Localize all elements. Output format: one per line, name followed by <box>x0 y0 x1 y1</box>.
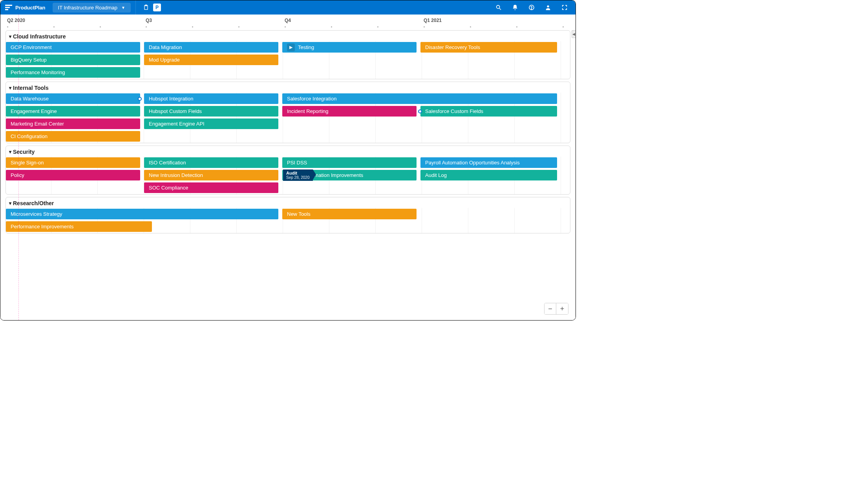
roadmap-bar[interactable]: Data Migration <box>144 42 278 53</box>
lane-header[interactable]: ▾Research/Other <box>6 197 570 208</box>
bar-label: Single Sign-on <box>11 160 44 166</box>
side-panel-toggle[interactable]: ◀ <box>572 30 576 38</box>
lane-row: Data WarehouseHubspot IntegrationSalesfo… <box>6 93 570 105</box>
bar-label: Hubspot Custom Fields <box>149 108 202 114</box>
svg-point-5 <box>497 5 500 9</box>
bar-label: Engagement Engine API <box>149 121 205 127</box>
roadmap-bar[interactable]: Salesforce Custom Fields <box>420 106 557 117</box>
milestone-name: Audit <box>286 171 310 175</box>
lane-header[interactable]: ▾Cloud Infrastructure <box>6 31 570 41</box>
lanes-container: ▾Cloud InfrastructureGCP EnvironmentData… <box>0 30 576 233</box>
expand-icon[interactable]: ▶ <box>287 44 295 51</box>
chevron-down-icon: ▾ <box>9 85 11 91</box>
roadmap-canvas[interactable]: ◀ Q2 2020Q3Q4Q1 2021 ▾Cloud Infrastructu… <box>0 15 576 320</box>
bar-label: ISO Certification <box>149 160 186 166</box>
fullscreen-icon[interactable] <box>559 2 570 13</box>
roadmap-bar[interactable]: Marketing Email Center <box>6 118 140 129</box>
roadmap-bar[interactable]: New Intrusion Detection <box>144 170 278 180</box>
roadmap-bar[interactable]: CI Configuration <box>6 131 140 142</box>
roadmap-bar[interactable]: Performance Monitoring <box>6 67 140 78</box>
roadmap-bar[interactable]: Mod Upgrade <box>144 55 278 65</box>
zoom-in-button[interactable]: + <box>556 303 568 314</box>
bar-label: GCP Environment <box>11 44 52 50</box>
roadmap-bar[interactable]: Microservices Strategy <box>6 209 278 219</box>
bar-label: Performance Improvements <box>11 224 73 230</box>
caret-down-icon: ▼ <box>121 5 125 10</box>
zoom-out-button[interactable]: − <box>545 303 556 314</box>
roadmap-bar[interactable]: Data Warehouse <box>6 93 140 104</box>
lane-row: GCP EnvironmentData Migration▶TestingDis… <box>6 41 570 54</box>
roadmap-bar[interactable]: BigQuery Setup <box>6 55 140 65</box>
lane-row: SOC Compliance <box>6 182 570 194</box>
roadmap-bar[interactable]: Policy <box>6 170 140 180</box>
user-icon[interactable] <box>543 2 554 13</box>
bar-label: SOC Compliance <box>149 185 188 191</box>
svg-point-8 <box>531 9 532 9</box>
tick <box>238 26 239 27</box>
bar-label: CI Configuration <box>11 133 48 139</box>
roadmap-bar[interactable]: New Tools <box>282 209 417 219</box>
milestone-flag[interactable]: Audit Sep 28, 2020 <box>283 169 313 181</box>
bar-label: Policy <box>11 172 24 178</box>
bar-label: Hubspot Integration <box>149 96 193 102</box>
roadmap-bar[interactable]: Audit Log <box>420 170 557 180</box>
bar-label: BigQuery Setup <box>11 57 47 63</box>
roadmap-bar[interactable]: Engagement Engine <box>6 106 140 117</box>
time-label: Q4 <box>285 18 291 23</box>
roadmap-bar[interactable]: Disaster Recovery Tools <box>420 42 557 53</box>
bar-label: Mod Upgrade <box>149 57 180 63</box>
dependency-dot-icon[interactable] <box>418 109 422 113</box>
plan-selector[interactable]: IT Infrastructure Roadmap ▼ <box>53 3 131 13</box>
lane-title: Security <box>13 149 35 155</box>
bar-label: New Tools <box>287 211 311 217</box>
roadmap-bar[interactable]: Single Sign-on <box>6 157 140 168</box>
svg-rect-2 <box>5 9 8 10</box>
lane-row: BigQuery SetupMod Upgrade <box>6 54 570 66</box>
help-icon[interactable] <box>526 2 537 13</box>
plan-name: IT Infrastructure Roadmap <box>58 5 118 11</box>
chevron-down-icon: ▾ <box>9 34 11 39</box>
bell-icon[interactable] <box>510 2 521 13</box>
bar-label: Disaster Recovery Tools <box>425 44 480 50</box>
timeline-header: Q2 2020Q3Q4Q1 2021 <box>0 15 576 30</box>
clipboard-icon[interactable] <box>141 2 152 13</box>
search-icon[interactable] <box>493 2 504 13</box>
roadmap-bar[interactable]: Hubspot Custom Fields <box>144 106 278 117</box>
roadmap-bar[interactable]: PSI DSS <box>282 157 417 168</box>
svg-rect-0 <box>5 5 12 6</box>
roadmap-bar[interactable]: Incident Reporting <box>282 106 417 117</box>
roadmap-bar[interactable]: Hubspot Integration <box>144 93 278 104</box>
bar-label: Audit Log <box>425 172 447 178</box>
roadmap-bar[interactable]: Engagement Engine API <box>144 118 278 129</box>
roadmap-bar[interactable]: SOC Compliance <box>144 182 278 193</box>
lane-row: Performance Monitoring <box>6 66 570 79</box>
parking-lot-button[interactable]: P <box>152 2 163 13</box>
lane-body: Data WarehouseHubspot IntegrationSalesfo… <box>6 93 570 143</box>
dependency-dot-icon[interactable] <box>138 97 142 101</box>
roadmap-bar[interactable]: GCP Environment <box>6 42 140 53</box>
tick <box>563 26 564 27</box>
lane-header[interactable]: ▾Internal Tools <box>6 82 570 93</box>
divider <box>135 0 136 15</box>
svg-rect-1 <box>5 7 10 8</box>
roadmap-bar[interactable]: Performance Improvements <box>6 221 152 232</box>
tick <box>331 26 332 27</box>
bar-label: Marketing Email Center <box>11 121 64 127</box>
roadmap-bar[interactable]: ▶Testing <box>282 42 417 53</box>
lane-row: Performance Improvements <box>6 220 570 233</box>
roadmap-bar[interactable]: Payroll Automation Opportunities Analysi… <box>420 157 557 168</box>
lane: ▾Research/OtherMicroservices StrategyNew… <box>5 197 570 233</box>
lane: ▾Internal ToolsData WarehouseHubspot Int… <box>5 82 570 143</box>
lane-header[interactable]: ▾Security <box>6 146 570 157</box>
bar-label: Microservices Strategy <box>11 211 62 217</box>
roadmap-bar[interactable]: ISO Certification <box>144 157 278 168</box>
brand-logo[interactable]: ProductPlan <box>0 5 50 11</box>
svg-point-9 <box>547 5 549 7</box>
lane-title: Cloud Infrastructure <box>13 33 66 40</box>
tick <box>146 26 147 27</box>
roadmap-bar[interactable]: Salesforce Integration <box>282 93 557 104</box>
time-label: Q1 2021 <box>424 18 442 23</box>
bar-label: Data Warehouse <box>11 96 49 102</box>
chevron-down-icon: ▾ <box>9 200 11 206</box>
lane-row: Microservices StrategyNew Tools <box>6 208 570 220</box>
